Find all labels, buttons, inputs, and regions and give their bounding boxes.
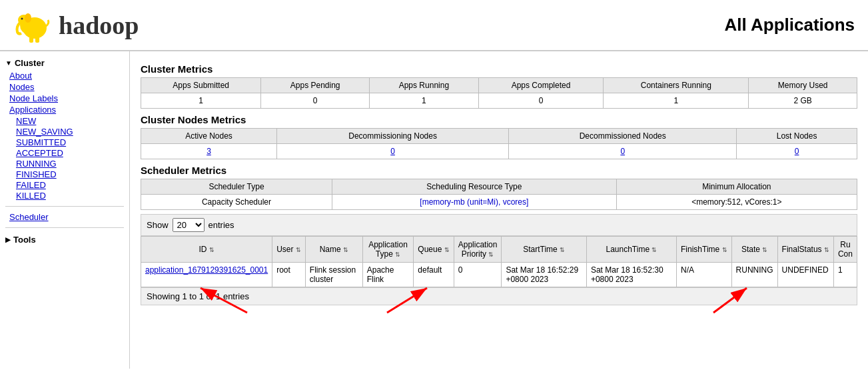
th-queue: Queue ⇅ [414,237,454,263]
show-label: Show [147,220,169,230]
sidebar-divider [5,206,124,207]
page-title: All Applications [725,15,855,35]
val-apps-pending: 0 [261,93,370,109]
scheduler-metrics-table: Scheduler Type Scheduling Resource Type … [141,179,857,210]
decommissioned-link[interactable]: 0 [620,147,625,156]
sidebar-node-labels-link[interactable]: Node Labels [9,93,58,103]
app-id-link[interactable]: application_1679129391625_0001 [145,265,268,275]
col-decommissioned-nodes: Decommissioned Nodes [509,129,737,144]
tools-triangle-icon: ▶ [5,236,11,243]
hadoop-logo-icon [13,7,53,43]
tools-section-title: ▶ Tools [5,235,124,245]
th-state: State ⇅ [731,237,777,263]
cell-priority: 0 [454,263,502,287]
showing-footer: Showing 1 to 1 of 1 entries [141,287,857,305]
sidebar-scheduler-link[interactable]: Scheduler [9,212,49,222]
cluster-triangle-icon: ▼ [5,59,12,67]
header: hadoop All Applications [0,0,868,51]
applications-table-wrapper: ID ⇅ User ⇅ Name ⇅ ApplicationType ⇅ Que… [141,236,857,287]
col-active-nodes: Active Nodes [141,129,277,144]
col-lost-nodes: Lost Nodes [737,129,857,144]
starttime-sort-icon[interactable]: ⇅ [560,247,565,253]
col-scheduling-resource-type: Scheduling Resource Type [332,179,616,195]
cell-name: Flink session cluster [305,263,362,287]
decommissioning-link[interactable]: 0 [390,147,395,156]
launchtime-sort-icon[interactable]: ⇅ [651,247,657,253]
sidebar-submitted-link[interactable]: SUBMITTED [16,137,66,147]
name-sort-icon[interactable]: ⇅ [343,247,348,253]
val-apps-completed: 0 [478,93,603,109]
priority-sort-icon[interactable]: ⇅ [488,251,494,258]
sidebar-about-link[interactable]: About [9,71,32,81]
cell-running-containers: 1 [833,263,857,287]
th-user: User ⇅ [272,237,306,263]
content-area: Cluster Metrics Apps Submitted Apps Pend… [130,51,868,369]
cell-finish-time: N/A [676,263,731,287]
sidebar-killed-link[interactable]: KILLED [16,191,46,201]
val-memory-used: 2 GB [749,93,857,109]
cell-app-type: Apache Flink [362,263,414,287]
th-id: ID ⇅ [141,237,272,263]
applications-table: ID ⇅ User ⇅ Name ⇅ ApplicationType ⇅ Que… [141,236,857,287]
finishtime-sort-icon[interactable]: ⇅ [722,247,727,253]
cell-user: root [272,263,306,287]
queue-sort-icon[interactable]: ⇅ [444,247,450,253]
val-decommissioned-nodes: 0 [509,144,737,159]
sidebar-divider2 [5,227,124,228]
col-scheduler-type: Scheduler Type [141,179,332,195]
cluster-links: About Nodes Node Labels Applications [5,71,124,115]
sidebar-accepted-link[interactable]: ACCEPTED [16,148,63,158]
tools-label: Tools [13,235,36,245]
th-name: Name ⇅ [305,237,362,263]
val-scheduler-type: Capacity Scheduler [141,195,332,210]
val-containers-running: 1 [604,93,749,109]
th-start-time: StartTime ⇅ [502,237,586,263]
cluster-nodes-table: Active Nodes Decommissioning Nodes Decom… [141,128,857,159]
th-app-type: ApplicationType ⇅ [362,237,414,263]
sidebar-new-link[interactable]: NEW [16,116,36,126]
cluster-nodes-title: Cluster Nodes Metrics [141,114,857,125]
cell-launch-time: Sat Mar 18 16:52:30 +0800 2023 [586,263,676,287]
cell-start-time: Sat Mar 18 16:52:29 +0800 2023 [502,263,586,287]
cluster-label: Cluster [15,58,45,68]
col-apps-submitted: Apps Submitted [141,78,261,93]
apptype-sort-icon[interactable]: ⇅ [395,251,400,258]
th-finish-time: FinishTime ⇅ [676,237,731,263]
sidebar-new-saving-link[interactable]: NEW_SAVING [16,127,73,137]
id-sort-icon[interactable]: ⇅ [209,247,215,253]
svg-rect-5 [29,36,33,43]
sidebar-nodes-link[interactable]: Nodes [9,82,35,92]
state-sort-icon[interactable]: ⇅ [762,247,767,253]
col-apps-running: Apps Running [369,78,478,93]
entries-select[interactable]: 10 20 25 50 100 [173,218,205,232]
app-status-links: NEW NEW_SAVING SUBMITTED ACCEPTED RUNNIN… [5,116,124,201]
sidebar-running-link[interactable]: RUNNING [16,159,57,169]
lost-nodes-link[interactable]: 0 [795,147,799,156]
user-sort-icon[interactable]: ⇅ [296,247,301,253]
col-decommissioning-nodes: Decommissioning Nodes [276,129,508,144]
active-nodes-link[interactable]: 3 [207,147,211,156]
logo-area: hadoop [13,7,139,43]
show-entries-bar: Show 10 20 25 50 100 entries [141,214,857,236]
svg-point-4 [25,13,31,23]
cluster-section-title: ▼ Cluster [5,58,124,68]
val-apps-submitted: 1 [141,93,261,109]
val-active-nodes: 3 [141,144,277,159]
col-containers-running: Containers Running [604,78,749,93]
cell-id: application_1679129391625_0001 [141,263,272,287]
sidebar-failed-link[interactable]: FAILED [16,180,46,190]
sidebar-applications-link[interactable]: Applications [9,105,56,115]
th-launch-time: LaunchTime ⇅ [586,237,676,263]
svg-point-3 [21,18,23,20]
th-final-status: FinalStatus ⇅ [777,237,833,263]
val-min-allocation: <memory:512, vCores:1> [616,195,857,210]
cell-final-status: UNDEFINED [777,263,833,287]
cell-queue: default [414,263,454,287]
col-apps-completed: Apps Completed [478,78,603,93]
val-apps-running: 1 [369,93,478,109]
val-scheduling-resource-type: [memory-mb (unit=Mi), vcores] [332,195,616,210]
cluster-metrics-table: Apps Submitted Apps Pending Apps Running… [141,77,857,109]
sidebar-finished-link[interactable]: FINISHED [16,169,57,179]
scheduler-metrics-title: Scheduler Metrics [141,165,857,176]
finalstatus-sort-icon[interactable]: ⇅ [824,247,829,253]
